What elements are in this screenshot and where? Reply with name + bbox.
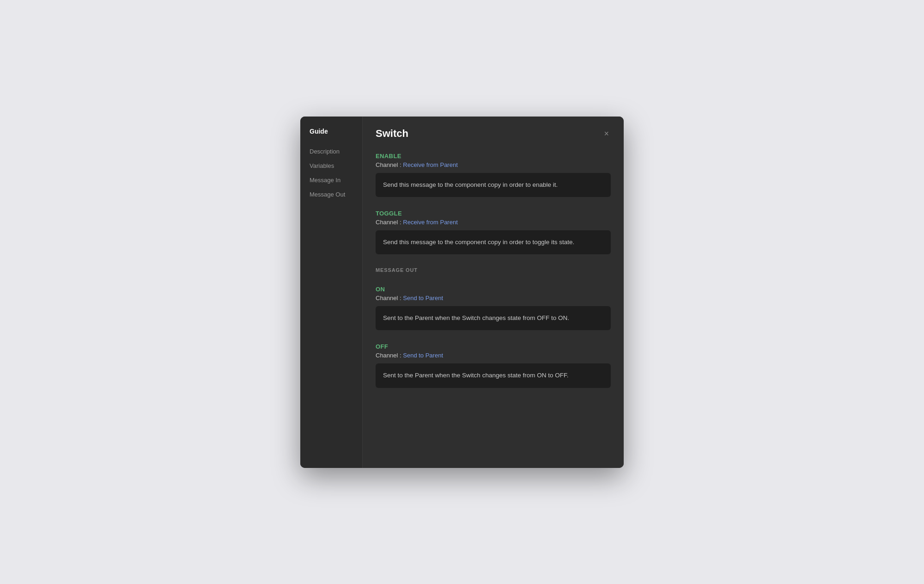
section-enable: ENABLE Channel : Receive from Parent Sen… bbox=[376, 153, 611, 197]
close-button[interactable]: × bbox=[602, 128, 611, 140]
section-message-out-header: MESSAGE OUT bbox=[376, 267, 611, 273]
main-header: Switch × bbox=[376, 128, 611, 140]
modal: Guide Description Variables Message In M… bbox=[300, 117, 624, 468]
enable-channel: Channel : Receive from Parent bbox=[376, 161, 611, 168]
sidebar-item-message-out[interactable]: Message Out bbox=[300, 187, 362, 202]
section-toggle: TOGGLE Channel : Receive from Parent Sen… bbox=[376, 210, 611, 254]
off-channel-prefix: Channel : bbox=[376, 352, 403, 359]
off-label: OFF bbox=[376, 343, 611, 350]
sidebar-title: Guide bbox=[300, 128, 362, 144]
on-message-box: Sent to the Parent when the Switch chang… bbox=[376, 306, 611, 330]
on-label: ON bbox=[376, 286, 611, 293]
toggle-label: TOGGLE bbox=[376, 210, 611, 217]
off-channel-link[interactable]: Send to Parent bbox=[403, 352, 443, 359]
off-message-text: Sent to the Parent when the Switch chang… bbox=[383, 372, 568, 379]
on-channel-link[interactable]: Send to Parent bbox=[403, 295, 443, 301]
off-message-box: Sent to the Parent when the Switch chang… bbox=[376, 363, 611, 387]
sidebar-item-variables[interactable]: Variables bbox=[300, 159, 362, 173]
enable-channel-link[interactable]: Receive from Parent bbox=[403, 161, 458, 168]
off-channel: Channel : Send to Parent bbox=[376, 352, 611, 359]
enable-label: ENABLE bbox=[376, 153, 611, 160]
section-on: ON Channel : Send to Parent Sent to the … bbox=[376, 286, 611, 330]
toggle-channel-link[interactable]: Receive from Parent bbox=[403, 219, 458, 226]
toggle-message-box: Send this message to the component copy … bbox=[376, 230, 611, 254]
main-content: Switch × ENABLE Channel : Receive from P… bbox=[363, 117, 624, 468]
toggle-message-text: Send this message to the component copy … bbox=[383, 239, 574, 246]
toggle-channel-prefix: Channel : bbox=[376, 219, 403, 226]
section-off: OFF Channel : Send to Parent Sent to the… bbox=[376, 343, 611, 387]
on-channel-prefix: Channel : bbox=[376, 295, 403, 301]
sidebar: Guide Description Variables Message In M… bbox=[300, 117, 363, 468]
on-message-text: Sent to the Parent when the Switch chang… bbox=[383, 314, 569, 321]
sidebar-item-description[interactable]: Description bbox=[300, 144, 362, 159]
toggle-channel: Channel : Receive from Parent bbox=[376, 219, 611, 226]
enable-message-box: Send this message to the component copy … bbox=[376, 173, 611, 197]
enable-channel-prefix: Channel : bbox=[376, 161, 403, 168]
message-out-header-label: MESSAGE OUT bbox=[376, 267, 611, 273]
enable-message-text: Send this message to the component copy … bbox=[383, 181, 558, 188]
page-title: Switch bbox=[376, 128, 408, 140]
on-channel: Channel : Send to Parent bbox=[376, 295, 611, 301]
sidebar-item-message-in[interactable]: Message In bbox=[300, 173, 362, 187]
